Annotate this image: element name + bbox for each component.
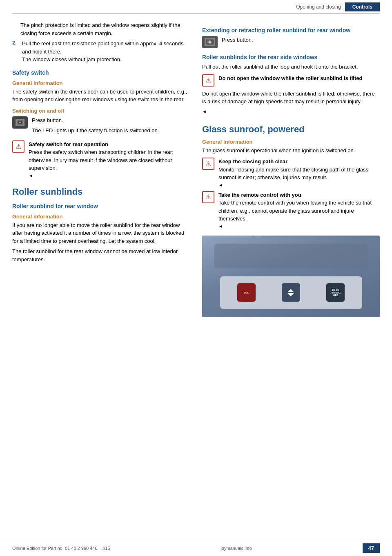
warning-icon-1	[12, 140, 24, 153]
warning1-body: Press the safety switch when transportin…	[29, 148, 190, 172]
svg-point-2	[19, 122, 21, 123]
glass-body: The glass sunroof is operational when th…	[202, 147, 380, 155]
back-arrow-1: ◄	[29, 173, 33, 178]
roller-side-title: Roller sunblinds for the rear side windo…	[202, 54, 380, 60]
footer-page-number: 47	[363, 543, 380, 553]
numbered-item-2: 2. Pull the reel past the resistance poi…	[12, 40, 190, 64]
page-header: Opening and closing Controls	[12, 0, 380, 14]
footer-website: joymanuals.info	[220, 546, 252, 551]
switching-on-off-label: Switching on and off	[12, 108, 190, 114]
press-button-text-1: Press button.	[32, 116, 159, 125]
sunblind-button-icon	[202, 36, 218, 48]
roller-sunblinds-title: Roller sunblinds	[12, 187, 190, 197]
glass-sunroof-title: Glass sunroof, powered	[202, 124, 380, 135]
right-column: Extending or retracting roller sunblind …	[202, 21, 380, 317]
press-button-row-2: Press button.	[202, 36, 380, 48]
arrow-down-icon	[287, 293, 294, 296]
item2-text2: The window closes without jam protection…	[22, 56, 190, 64]
warning-box-4: Take the remote control with you Take th…	[202, 191, 380, 229]
press-button-text-2: Press button.	[222, 36, 253, 44]
warning-box-1: Safety switch for rear operation Press t…	[12, 140, 190, 178]
warning4-body: Take the remote control with you when le…	[218, 199, 380, 223]
warning2-body: Do not open the window while the roller …	[202, 90, 380, 106]
intro-text-1: The pinch protection is limited and the …	[20, 21, 190, 37]
warning-box-3: Keep the closing path clear Monitor clos…	[202, 158, 380, 188]
left-column: The pinch protection is limited and the …	[12, 21, 190, 317]
main-content: The pinch protection is limited and the …	[0, 14, 392, 317]
warning-box-2: Do not open the window while the roller …	[202, 74, 380, 87]
warning3-title: Keep the closing path clear	[218, 158, 380, 166]
footer-online-edition: Online Edition for Part no. 01 40 2 960 …	[12, 546, 110, 551]
press-button-row-1: Press button. The LED lights up if the s…	[12, 116, 190, 137]
header-controls-label: Controls	[345, 2, 380, 11]
back-arrow-2: ◄	[202, 109, 207, 114]
button-icon-inner	[16, 119, 24, 126]
sunblind-icon-inner	[205, 38, 215, 46]
warning2-title: Do not open the window while the roller …	[218, 74, 362, 82]
arrow-up-icon	[287, 289, 294, 292]
header-opening-label: Opening and closing	[296, 4, 341, 10]
warning1-title: Safety switch for rear operation	[29, 140, 190, 149]
general-info-label-1: General information	[12, 80, 190, 86]
back-arrow-4: ◄	[218, 224, 223, 229]
roller-side-body: Pull out the roller sunblind at the loop…	[202, 63, 380, 71]
led-text: The LED lights up if the safety function…	[32, 127, 159, 135]
page-footer: Online Edition for Part no. 01 40 2 960 …	[0, 540, 392, 556]
item-number-2: 2.	[12, 40, 19, 64]
safety-switch-body: The safety switch in the driver's door c…	[12, 88, 190, 104]
car-sos-button: SOS	[237, 283, 256, 302]
safety-switch-button-icon	[12, 116, 28, 129]
roller-body1: If you are no longer able to move the ro…	[12, 221, 190, 245]
warning4-title: Take the remote control with you	[218, 191, 380, 199]
car-sunroof-button	[282, 283, 300, 302]
car-controls-panel: SOS PASSAIR BAGOFF	[220, 276, 362, 309]
back-arrow-3: ◄	[218, 182, 223, 187]
roller-body2: The roller sunblind for the rear window …	[12, 247, 190, 263]
item2-text1: Pull the reel past the resistance point …	[22, 40, 190, 56]
roller-rear-window-label: Roller sunblind for rear window	[12, 203, 190, 209]
general-info-label-2: General information	[12, 214, 190, 220]
car-airbag-button: PASSAIR BAGOFF	[326, 283, 345, 302]
car-interior-image: SOS PASSAIR BAGOFF	[202, 236, 380, 317]
warning-icon-3	[202, 158, 214, 170]
warning3-body: Monitor closing and make sure that the c…	[218, 166, 380, 182]
warning-icon-4	[202, 191, 214, 203]
safety-switch-title: Safety switch	[12, 69, 190, 76]
general-info-label-3: General information	[202, 139, 380, 145]
warning-icon-2	[202, 74, 214, 87]
extending-title: Extending or retracting roller sunblind …	[202, 27, 380, 33]
